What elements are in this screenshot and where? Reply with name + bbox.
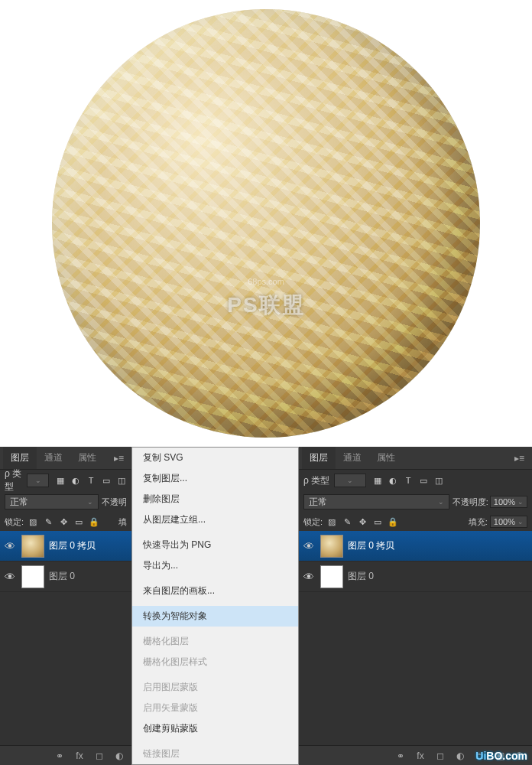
menu-item[interactable]: 转换为智能对象 (132, 606, 298, 627)
opacity-control: 不透明度: 100%⌄ (453, 496, 527, 508)
filter-shape-icon[interactable]: ▭ (418, 475, 429, 486)
link-layers-icon[interactable]: ⚭ (54, 750, 66, 762)
layer-thumbnail[interactable] (320, 565, 343, 588)
opacity-value-input[interactable]: 100%⌄ (490, 496, 527, 508)
layer-row[interactable]: 👁 图层 0 拷贝 (299, 531, 532, 562)
filter-row: ρ 类型 ⌄ ▦ ◐ T ▭ ◫ (0, 470, 131, 491)
menu-item: 栅格化图层样式 (132, 652, 298, 672)
gold-mosaic-sphere (52, 9, 480, 438)
blend-mode-dropdown[interactable]: 正常⌄ (303, 494, 449, 509)
lock-position-icon[interactable]: ✥ (357, 516, 368, 527)
tab-channels[interactable]: 通道 (37, 447, 70, 469)
panels-row: 图层 通道 属性 ▸≡ ρ 类型 ⌄ ▦ ◐ T ▭ ◫ 正常⌄ 不透明 锁定:… (0, 447, 532, 765)
lock-position-icon[interactable]: ✥ (58, 516, 69, 527)
filter-shape-icon[interactable]: ▭ (101, 475, 112, 486)
tab-layers[interactable]: 图层 (3, 447, 37, 469)
watermark-text: PS联盟 (227, 291, 304, 320)
fill-value: 100% (494, 517, 515, 526)
blend-mode-dropdown[interactable]: 正常⌄ (5, 494, 99, 509)
filter-icons: ▦ ◐ T ▭ ◫ (55, 475, 127, 486)
lock-row: 锁定: ▨ ✎ ✥ ▭ 🔒 填 (0, 513, 131, 531)
layer-thumbnail[interactable] (21, 565, 44, 588)
opacity-label: 不透明 (102, 496, 127, 508)
layer-thumbnail[interactable] (21, 535, 44, 558)
layer-name: 图层 0 拷贝 (49, 539, 96, 552)
opacity-label-full: 不透明度: (453, 496, 488, 508)
lock-all-icon[interactable]: 🔒 (388, 516, 398, 527)
menu-item[interactable]: 创建剪贴蒙版 (132, 718, 298, 739)
filter-row: ρ 类型 ⌄ ▦ ◐ T ▭ ◫ (299, 470, 532, 491)
filter-pixel-icon[interactable]: ▦ (55, 475, 66, 486)
site-watermark: UiBO.com (475, 750, 527, 762)
filter-text-icon[interactable]: T (86, 475, 96, 486)
blend-mode-value: 正常 (309, 496, 327, 509)
layer-name: 图层 0 拷贝 (348, 539, 394, 552)
filter-adjustment-icon[interactable]: ◐ (70, 475, 81, 486)
layer-thumbnail[interactable] (320, 535, 343, 558)
layers-panel-left: 图层 通道 属性 ▸≡ ρ 类型 ⌄ ▦ ◐ T ▭ ◫ 正常⌄ 不透明 锁定:… (0, 447, 131, 765)
layer-mask-icon[interactable]: ◻ (434, 750, 446, 762)
layer-context-menu: 复制 SVG复制图层...删除图层从图层建立组...快速导出为 PNG导出为..… (131, 447, 299, 765)
fill-value-input[interactable]: 100%⌄ (490, 516, 527, 528)
menu-item[interactable]: 来自图层的画板... (132, 581, 298, 601)
filter-type-dropdown[interactable]: ⌄ (334, 474, 366, 487)
layer-row[interactable]: 👁 图层 0 拷贝 (0, 531, 131, 562)
visibility-icon[interactable]: 👁 (3, 571, 17, 583)
layer-row[interactable]: 👁 图层 0 (0, 562, 131, 592)
filter-label: ρ 类型 (5, 467, 22, 493)
panel-tabs: 图层 通道 属性 ▸≡ (0, 447, 131, 470)
filter-pixel-icon[interactable]: ▦ (372, 475, 383, 486)
blend-mode-row: 正常⌄ 不透明 (0, 491, 131, 513)
panel-footer: ⚭ fx ◻ ◐ (0, 745, 131, 765)
fill-label-short: 填 (118, 516, 127, 528)
filter-smart-icon[interactable]: ◫ (116, 475, 127, 486)
layer-name: 图层 0 (49, 570, 75, 583)
visibility-icon[interactable]: 👁 (302, 540, 316, 552)
visibility-icon[interactable]: 👁 (3, 540, 17, 552)
lock-artboard-icon[interactable]: ▭ (73, 516, 84, 527)
menu-item[interactable]: 复制 SVG (132, 448, 298, 468)
panel-menu-icon[interactable]: ▸≡ (510, 453, 529, 464)
filter-text-icon[interactable]: T (403, 475, 414, 486)
blend-mode-row: 正常⌄ 不透明度: 100%⌄ (299, 491, 532, 513)
link-layers-icon[interactable]: ⚭ (394, 750, 407, 762)
filter-smart-icon[interactable]: ◫ (433, 475, 444, 486)
lock-all-icon[interactable]: 🔒 (89, 516, 99, 527)
panel-tabs: 图层 通道 属性 ▸≡ (299, 447, 532, 470)
lock-artboard-icon[interactable]: ▭ (372, 516, 383, 527)
panel-menu-icon[interactable]: ▸≡ (109, 453, 128, 464)
layer-row[interactable]: 👁 图层 0 (299, 562, 532, 592)
tab-channels[interactable]: 通道 (336, 447, 369, 469)
menu-item: 链接图层 (132, 744, 298, 764)
watermark-url: 68ps.com (248, 277, 284, 286)
menu-item: 栅格化图层 (132, 631, 298, 652)
menu-item: 启用矢量蒙版 (132, 698, 298, 718)
tab-properties[interactable]: 属性 (369, 447, 403, 469)
tab-properties[interactable]: 属性 (70, 447, 104, 469)
filter-adjustment-icon[interactable]: ◐ (388, 475, 398, 486)
adjustment-layer-icon[interactable]: ◐ (454, 750, 466, 762)
layers-list: 👁 图层 0 拷贝 👁 图层 0 (0, 531, 131, 745)
visibility-icon[interactable]: 👁 (302, 571, 316, 583)
menu-item[interactable]: 导出为... (132, 555, 298, 576)
tab-layers[interactable]: 图层 (302, 447, 336, 469)
filter-label: ρ 类型 (303, 474, 329, 487)
filter-type-dropdown[interactable]: ⌄ (27, 474, 49, 487)
layers-panel-right: 图层 通道 属性 ▸≡ ρ 类型 ⌄ ▦ ◐ T ▭ ◫ 正常⌄ 不透明度: 1… (299, 447, 532, 765)
layer-style-icon[interactable]: fx (73, 750, 86, 762)
lock-paint-icon[interactable]: ✎ (43, 516, 54, 527)
layers-list: 👁 图层 0 拷贝 👁 图层 0 (299, 531, 532, 745)
menu-item[interactable]: 快速导出为 PNG (132, 535, 298, 555)
lock-transparency-icon[interactable]: ▨ (28, 516, 38, 527)
menu-item[interactable]: 从图层建立组... (132, 509, 298, 530)
layer-style-icon[interactable]: fx (414, 750, 427, 762)
menu-item[interactable]: 删除图层 (132, 489, 298, 509)
lock-label: 锁定: (303, 516, 323, 528)
adjustment-layer-icon[interactable]: ◐ (113, 750, 125, 762)
layer-mask-icon[interactable]: ◻ (93, 750, 105, 762)
layer-name: 图层 0 (348, 570, 374, 583)
lock-label: 锁定: (5, 516, 24, 528)
lock-transparency-icon[interactable]: ▨ (326, 516, 337, 527)
lock-paint-icon[interactable]: ✎ (342, 516, 352, 527)
menu-item[interactable]: 复制图层... (132, 468, 298, 489)
